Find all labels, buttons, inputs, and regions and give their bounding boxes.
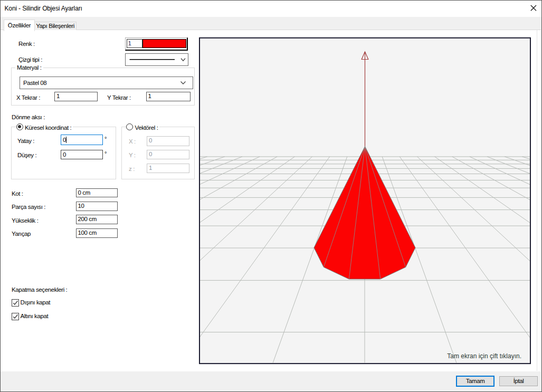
svg-text:Tam ekran için çift tıklayın.: Tam ekran için çift tıklayın. [447, 352, 521, 360]
